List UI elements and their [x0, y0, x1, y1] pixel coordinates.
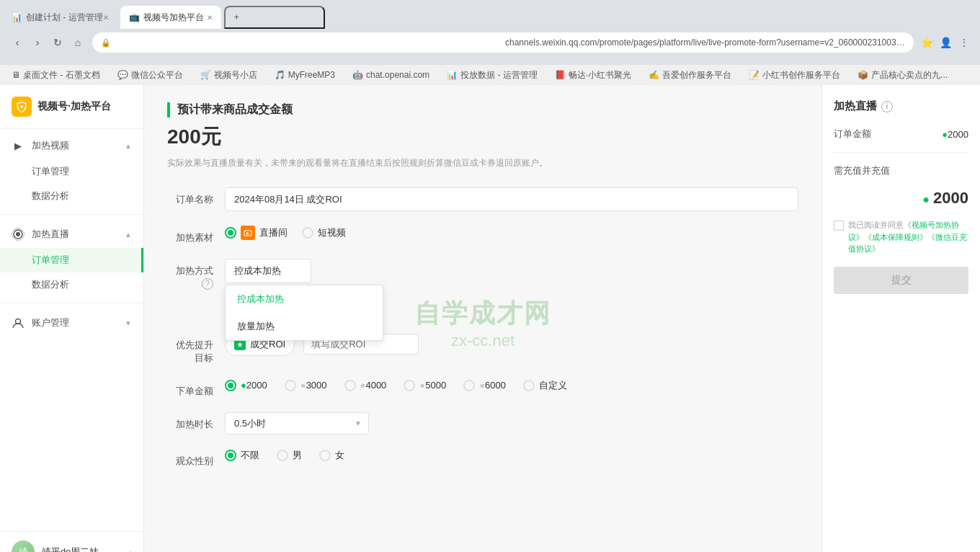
sidebar-sub-order-2[interactable]: 订单管理 — [0, 248, 143, 272]
sidebar-title: 视频号·加热平台 — [37, 100, 111, 113]
panel-amount-value: ●2000 — [942, 129, 968, 140]
dropdown-item-2[interactable]: 放量加热 — [226, 313, 383, 340]
bookmark-label-9: 小红书创作服务平台 — [762, 69, 840, 81]
method-content: 控成本加热 控成本加热 放量加热 — [225, 259, 798, 283]
amount-option-custom[interactable]: 自定义 — [523, 379, 567, 392]
bookmark-label-7: 畅达·小红书聚光 — [569, 69, 631, 81]
bookmark-label-3: 视频号小店 — [214, 69, 257, 81]
right-panel: 加热直播 i 订单金额 ●2000 需充值并充值 ● 2000 我已阅读并同意《… — [821, 85, 980, 552]
account-icon — [12, 316, 24, 329]
amount-radio-5000 — [404, 380, 415, 391]
order-name-label: 订单名称 — [167, 187, 225, 206]
tab-bar: 📊 创建计划 - 运营管理 ✕ 📺 视频号加热平台 ✕ + — [0, 0, 980, 29]
more-icon[interactable]: ⋮ — [957, 35, 971, 50]
recharge-value-container: ● 2000 — [834, 189, 968, 208]
amount-options: ●2000 ●3000 ●4000 ●5000 — [225, 379, 798, 392]
material-live-option[interactable]: 直播间 — [225, 226, 288, 240]
agree-checkbox[interactable] — [834, 221, 844, 231]
gender-option-all[interactable]: 不限 — [225, 449, 259, 462]
amount-option-5000[interactable]: ●5000 — [404, 380, 446, 391]
order-name-input[interactable] — [225, 187, 798, 211]
sidebar-item-jiare-video[interactable]: ▶ 加热视频 ▲ — [0, 132, 143, 159]
duration-select[interactable]: 0.5小时 1小时 2小时 3小时 — [225, 412, 369, 435]
amount-row: 下单金额 ●2000 ●3000 ●4000 — [167, 379, 798, 398]
material-live-label: 直播间 — [259, 226, 288, 239]
method-selector[interactable]: 控成本加热 — [225, 259, 311, 283]
amount-label-3000: ●3000 — [300, 380, 327, 391]
tab-close-1[interactable]: ✕ — [103, 14, 109, 22]
panel-info-icon[interactable]: i — [881, 101, 893, 112]
material-video-radio — [302, 227, 313, 239]
gender-option-female[interactable]: 女 — [319, 449, 344, 462]
sidebar-sub-order-1[interactable]: 订单管理 — [0, 159, 143, 184]
method-dropdown-display[interactable]: 控成本加热 — [225, 259, 311, 283]
bookmark-xhs-creator[interactable]: 📝小红书创作服务平台 — [746, 68, 843, 83]
dropdown-item-1[interactable]: 控成本加热 — [226, 285, 383, 313]
submit-button[interactable]: 提交 — [834, 267, 968, 294]
sidebar-sub-data-2[interactable]: 数据分析 — [0, 272, 143, 297]
method-row: 加热方式 ? 控成本加热 控成本加热 — [167, 259, 798, 290]
amount-radio-3000 — [285, 380, 296, 391]
sidebar-sub-data-1[interactable]: 数据分析 — [0, 184, 143, 208]
tab-close-2[interactable]: ✕ — [207, 14, 213, 22]
gender-label-male: 男 — [293, 449, 302, 462]
gender-radio-male — [277, 450, 288, 461]
bookmark-data[interactable]: 📊投放数据 - 运营管理 — [444, 68, 540, 83]
url-bar[interactable]: 🔒 channels.weixin.qq.com/promote/pages/p… — [92, 32, 914, 53]
new-tab-button[interactable]: + — [224, 6, 325, 29]
method-label: 加热方式 ? — [167, 259, 225, 290]
play-icon: ▶ — [12, 139, 24, 152]
panel-title: 加热直播 i — [834, 99, 968, 113]
forward-button[interactable]: › — [29, 34, 46, 51]
chevron-up-icon-1: ▲ — [125, 142, 132, 150]
gender-option-male[interactable]: 男 — [277, 449, 302, 462]
main-layout: 视频号·加热平台 ▶ 加热视频 ▲ 订单管理 数据分析 — [0, 85, 980, 552]
material-video-option[interactable]: 短视频 — [302, 226, 346, 239]
section-title: 预计带来商品成交金额 — [167, 102, 798, 117]
bookmark-creator[interactable]: ✍吾爱创作服务平台 — [646, 68, 734, 83]
bookmark-chat[interactable]: 🤖chat.openai.com — [349, 68, 432, 81]
amount-option-2000[interactable]: ●2000 — [225, 380, 267, 391]
svg-point-2 — [16, 232, 20, 236]
tab-inactive[interactable]: 📊 创建计划 - 运营管理 ✕ — [3, 6, 117, 29]
svg-point-1 — [20, 105, 23, 108]
agree-row: 我已阅读并同意《视频号加热协议》《成本保障规则》《微信豆充值协议》 — [834, 219, 968, 255]
live-icon — [12, 228, 24, 241]
sidebar-item-account[interactable]: 账户管理 ▼ — [0, 309, 143, 337]
sidebar-section-live: 加热直播 ▲ 订单管理 数据分析 — [0, 218, 143, 300]
amount-option-6000[interactable]: ●6000 — [463, 380, 506, 391]
tab-label-1: 创建计划 - 运营管理 — [26, 12, 103, 24]
tab-active[interactable]: 📺 视频号加热平台 ✕ — [120, 6, 221, 29]
bookmark-xiaohongshu[interactable]: 📕畅达·小红书聚光 — [552, 68, 634, 83]
material-video-label: 短视频 — [318, 226, 346, 239]
duration-label: 加热时长 — [167, 412, 225, 431]
amount-option-4000[interactable]: ●4000 — [344, 380, 387, 391]
material-live-badge — [241, 226, 255, 240]
sidebar-item-jiare-live[interactable]: 加热直播 ▲ — [0, 221, 143, 248]
method-dropdown-wrapper: 控成本加热 控成本加热 放量加热 — [225, 259, 311, 283]
target-label: 优先提升目标 — [167, 333, 225, 365]
sidebar-divider-2 — [0, 303, 143, 303]
method-info-icon[interactable]: ? — [202, 278, 213, 290]
bookmark-label-4: MyFreeMP3 — [288, 70, 335, 80]
bookmark-wechat[interactable]: 💬微信公众平台 — [115, 68, 186, 83]
bookmark-product[interactable]: 📦产品核心卖点的九... — [855, 68, 950, 83]
form-area: 自学成才网 zx-cc.net 预计带来商品成交金额 200元 实际效果与直播质… — [144, 85, 821, 552]
method-selected-text: 控成本加热 — [234, 265, 281, 276]
bookmark-desktop[interactable]: 🖥桌面文件 - 石墨文档 — [9, 68, 103, 83]
agree-link-2[interactable]: 《成本保障规则》 — [864, 233, 927, 241]
tab-favicon-2: 📺 — [129, 12, 139, 22]
bookmark-mp3[interactable]: 🎵MyFreeMP3 — [272, 68, 338, 81]
sidebar-footer[interactable]: 靖 靖平de周二娃 › — [0, 531, 143, 552]
profile-icon[interactable]: 👤 — [938, 35, 953, 50]
back-button[interactable]: ‹ — [9, 34, 26, 51]
bookmark-video[interactable]: 🛒视频号小店 — [197, 68, 260, 83]
sidebar-section-video: ▶ 加热视频 ▲ 订单管理 数据分析 — [0, 129, 143, 211]
refresh-button[interactable]: ↻ — [49, 34, 66, 51]
home-button[interactable]: ⌂ — [69, 34, 86, 51]
logo-icon — [12, 97, 32, 117]
amount-option-3000[interactable]: ●3000 — [285, 380, 327, 391]
browser-chrome: 📊 创建计划 - 运营管理 ✕ 📺 视频号加热平台 ✕ + ‹ › ↻ ⌂ 🔒 … — [0, 0, 980, 65]
url-text: channels.weixin.qq.com/promote/pages/pla… — [505, 37, 905, 48]
extensions-icon[interactable]: ⭐ — [919, 35, 934, 50]
